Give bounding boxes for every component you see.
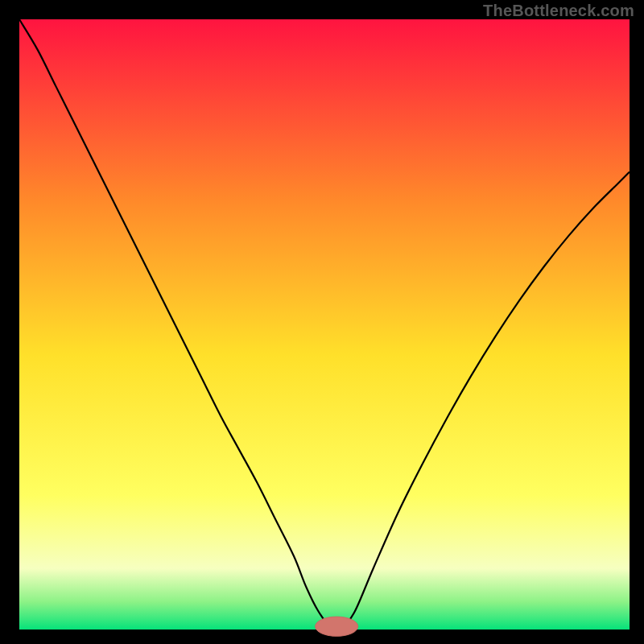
bottleneck-chart bbox=[0, 0, 644, 644]
plot-background bbox=[19, 19, 630, 630]
chart-frame: { "watermark": "TheBottleneck.com", "col… bbox=[0, 0, 644, 644]
optimal-marker bbox=[316, 617, 358, 636]
watermark-text: TheBottleneck.com bbox=[483, 2, 634, 20]
